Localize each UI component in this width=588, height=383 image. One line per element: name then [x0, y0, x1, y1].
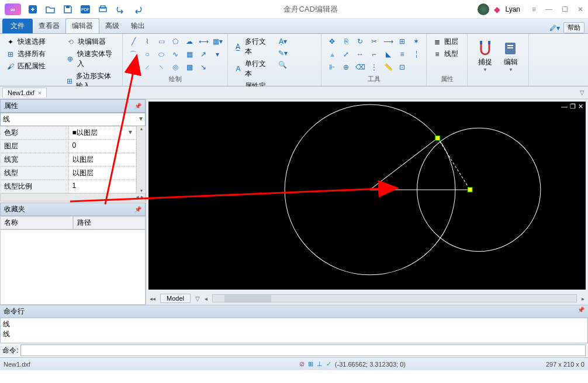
- layer-button[interactable]: ≣图层: [431, 36, 462, 47]
- tab-file[interactable]: 文件: [2, 19, 33, 33]
- command-input[interactable]: [20, 344, 586, 356]
- offset-tool-icon[interactable]: ≡: [396, 49, 408, 60]
- status-icon3[interactable]: ⊥: [317, 360, 323, 368]
- leader2-tool-icon[interactable]: ↘: [198, 62, 209, 72]
- fillet-tool-icon[interactable]: ⌐: [368, 49, 380, 60]
- cmd-pin-icon[interactable]: 📌: [577, 307, 584, 316]
- scale-tool-icon[interactable]: ⤢: [340, 49, 352, 60]
- more-tools-icon[interactable]: ⊡: [396, 62, 408, 72]
- extend-tool-icon[interactable]: ⟶: [382, 36, 394, 47]
- print-icon[interactable]: [97, 4, 109, 15]
- prop-lineweight-val[interactable]: 以图层: [68, 153, 137, 166]
- dimension-tool-icon[interactable]: ⟷: [198, 36, 209, 47]
- measure-tool-icon[interactable]: 📏: [382, 62, 394, 72]
- drawing-canvas[interactable]: — ❐ ✕: [148, 102, 586, 290]
- pin-icon[interactable]: 📌: [134, 103, 141, 109]
- block-editor-button[interactable]: ⟲块编辑器: [65, 36, 118, 47]
- close-icon[interactable]: ✕: [577, 5, 583, 13]
- doctab-new1[interactable]: New1.dxf×: [2, 88, 47, 98]
- break-tool-icon[interactable]: ╎: [410, 49, 422, 60]
- join-tool-icon[interactable]: ⊕: [340, 62, 352, 72]
- properties-object-type[interactable]: 线▾: [0, 113, 146, 126]
- fav-col-name[interactable]: 名称: [0, 216, 73, 229]
- status-icon4[interactable]: ✓: [326, 360, 331, 368]
- text-style-icon[interactable]: Ạ▾: [277, 36, 289, 47]
- text-edit-icon[interactable]: ✎▾: [277, 48, 289, 58]
- select-all-button[interactable]: ⊞选择所有: [5, 48, 58, 60]
- rotate-tool-icon[interactable]: ↻: [354, 36, 366, 47]
- favorites-header[interactable]: 收藏夹📌: [0, 203, 146, 216]
- hatch-tool-icon[interactable]: ▦: [184, 49, 195, 60]
- doctab-close-icon[interactable]: ×: [38, 89, 41, 96]
- prop-color-val[interactable]: ■以图层 ▾: [68, 126, 137, 140]
- block-tool-icon[interactable]: ▦▾: [212, 36, 223, 47]
- properties-scrollbar[interactable]: ▴▾: [136, 126, 146, 193]
- tab-nav-left-icon[interactable]: ◂◂: [150, 295, 155, 302]
- save-icon[interactable]: [62, 4, 74, 15]
- undo-icon[interactable]: [115, 4, 126, 15]
- status-icon2[interactable]: ⊞: [308, 360, 313, 368]
- tab-output[interactable]: 输出: [125, 19, 151, 33]
- menu-icon[interactable]: ≡: [532, 5, 536, 13]
- tab-editor[interactable]: 编辑器: [65, 18, 99, 33]
- dtext-button[interactable]: A单行文本: [233, 58, 272, 79]
- minimize-icon[interactable]: —: [545, 5, 552, 13]
- help-button[interactable]: 帮助: [563, 22, 584, 33]
- match-prop-button[interactable]: 🖌匹配属性: [5, 61, 58, 72]
- options-dropdown-icon[interactable]: 🖉▾: [549, 24, 560, 32]
- properties-header[interactable]: 属性📌: [0, 99, 146, 113]
- edit-button[interactable]: 编辑 ▼: [498, 36, 524, 83]
- prop-hscroll[interactable]: ◂ ▸: [0, 193, 146, 201]
- point-tool-icon[interactable]: ·: [127, 62, 139, 72]
- tab-advanced[interactable]: 高级: [99, 19, 125, 33]
- polyline-tool-icon[interactable]: ⌇: [141, 36, 153, 47]
- rect-tool-icon[interactable]: ▭: [155, 36, 167, 47]
- move-tool-icon[interactable]: ✥: [326, 36, 338, 47]
- line-tool-icon[interactable]: ╱: [127, 36, 139, 47]
- leader-tool-icon[interactable]: ↗: [198, 49, 209, 60]
- linetype-button[interactable]: ≡线型: [431, 48, 462, 60]
- prop-linetype-val[interactable]: 以图层: [68, 166, 137, 180]
- canvas-close-icon[interactable]: ✕: [578, 103, 583, 110]
- avatar[interactable]: [478, 4, 489, 15]
- more-draw-icon[interactable]: ▾: [212, 49, 223, 60]
- stretch-tool-icon[interactable]: ↔: [354, 49, 366, 60]
- model-tab[interactable]: Model: [160, 294, 191, 303]
- align-tool-icon[interactable]: ⊩: [326, 62, 338, 72]
- hscroll-right-icon[interactable]: ▸: [582, 295, 584, 302]
- prop-layer-val[interactable]: 0: [68, 140, 137, 153]
- open-file-icon[interactable]: [44, 4, 56, 15]
- quick-select-button[interactable]: ✦快速选择: [5, 36, 58, 47]
- circle-tool-icon[interactable]: ○: [141, 49, 153, 60]
- status-icon1[interactable]: ⊘: [299, 360, 305, 368]
- array-tool-icon[interactable]: ⊞: [396, 36, 408, 47]
- ellipse-tool-icon[interactable]: ⬭: [155, 49, 167, 60]
- explode-tool-icon[interactable]: ✶: [410, 36, 422, 47]
- donut-tool-icon[interactable]: ◎: [170, 62, 181, 72]
- new-file-icon[interactable]: [27, 4, 39, 15]
- divide-tool-icon[interactable]: ⋮: [368, 62, 380, 72]
- command-header[interactable]: 命令行📌: [0, 305, 588, 318]
- erase-tool-icon[interactable]: ⌫: [354, 62, 366, 72]
- maximize-icon[interactable]: ☐: [562, 5, 568, 13]
- canvas-hscroll[interactable]: [212, 294, 577, 302]
- copy-tool-icon[interactable]: ⎘: [340, 36, 352, 47]
- mirror-tool-icon[interactable]: ⟁: [326, 49, 338, 60]
- polygon-tool-icon[interactable]: ⬠: [170, 36, 181, 47]
- ray-tool-icon[interactable]: ⟍: [155, 62, 167, 72]
- arc-tool-icon[interactable]: ⌒: [127, 49, 139, 60]
- canvas-minimize-icon[interactable]: —: [561, 103, 568, 110]
- quick-entity-import-button[interactable]: ⊕快速实体导入: [65, 48, 118, 69]
- tab-options-icon[interactable]: ▽: [195, 295, 200, 302]
- tabs-options-icon[interactable]: ▽: [580, 89, 584, 96]
- pdf-icon[interactable]: PDF: [79, 4, 91, 15]
- text-find-icon[interactable]: 🔍: [277, 60, 289, 70]
- hscroll-left-icon[interactable]: ◂: [205, 295, 207, 302]
- trim-tool-icon[interactable]: ✂: [368, 36, 380, 47]
- fav-pin-icon[interactable]: 📌: [134, 206, 141, 213]
- canvas-restore-icon[interactable]: ❐: [570, 103, 576, 110]
- snap-button[interactable]: 捕捉 ▼: [472, 36, 498, 83]
- chamfer-tool-icon[interactable]: ◣: [382, 49, 394, 60]
- mtext-button[interactable]: A̲多行文本: [233, 36, 272, 57]
- spline-tool-icon[interactable]: ∿: [170, 49, 181, 60]
